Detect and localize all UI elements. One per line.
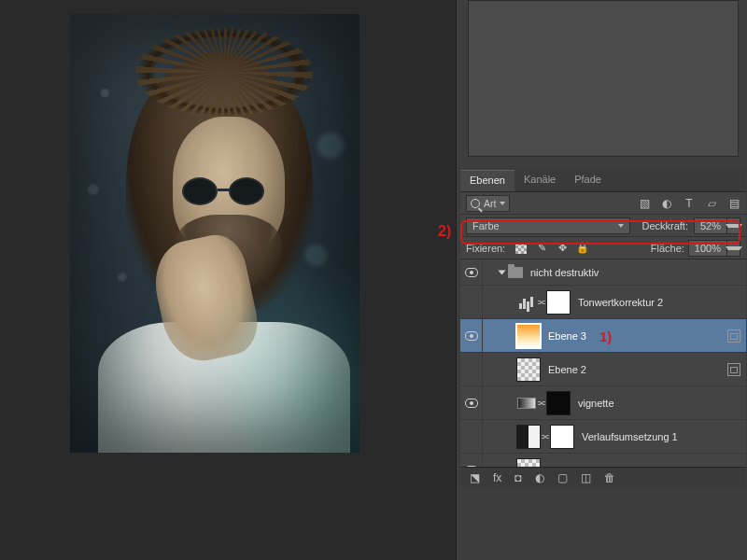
link-layers-icon[interactable]: ⬔ <box>470 471 480 484</box>
upper-panel-empty <box>468 0 739 157</box>
layer-search-kind[interactable]: Art <box>466 195 510 212</box>
chevron-down-icon <box>726 224 742 228</box>
search-icon <box>471 199 480 208</box>
blend-mode-value: Farbe <box>472 220 500 231</box>
fill-value: 100% <box>689 243 726 254</box>
layer-thumbnail[interactable] <box>516 324 541 348</box>
new-group-icon[interactable]: ▢ <box>557 471 568 484</box>
layer-name[interactable]: nicht destruktiv <box>530 267 599 278</box>
add-mask-icon[interactable]: ◘ <box>514 471 521 484</box>
blend-opacity-row: Farbe Deckkraft: 52% <box>460 215 746 237</box>
chevron-down-icon <box>726 246 742 250</box>
layer-row-ebene2[interactable]: Ebene 2 <box>460 353 746 386</box>
chevron-down-icon <box>618 224 624 228</box>
filter-text-icon[interactable]: T <box>683 197 696 210</box>
fill-input[interactable]: 100% <box>688 240 740 257</box>
visibility-toggle[interactable] <box>465 268 478 277</box>
blend-mode-select[interactable]: Farbe <box>466 217 630 234</box>
filter-smart-icon[interactable]: ▤ <box>727 197 740 210</box>
opacity-value: 52% <box>695 220 726 231</box>
layer-search-kind-label: Art <box>484 198 496 209</box>
fill-label: Fläche: <box>651 243 684 254</box>
layer-name[interactable]: Ebene 3 <box>548 330 586 342</box>
add-adjustment-icon[interactable]: ◐ <box>535 471 544 484</box>
new-layer-icon[interactable]: ◫ <box>581 471 591 484</box>
lock-label: Fixieren: <box>466 243 505 254</box>
opacity-label: Deckkraft: <box>641 220 688 231</box>
link-icon: ⫘ <box>537 398 546 408</box>
portrait-illustration <box>70 14 359 453</box>
lock-fill-row: Fixieren: ✎ ✥ 🔒 Fläche: 100% <box>460 237 746 259</box>
layer-group[interactable]: nicht destruktiv <box>460 259 746 286</box>
layer-name[interactable]: Ebene 2 <box>548 364 586 375</box>
filter-pixel-icon[interactable]: ▧ <box>638 197 651 210</box>
gradient-map-icon <box>516 395 537 412</box>
lock-pixels-icon[interactable]: ✎ <box>535 242 548 255</box>
document-image[interactable] <box>70 14 359 453</box>
layer-mask-thumbnail[interactable] <box>546 391 571 415</box>
canvas-area <box>0 0 439 560</box>
layer-row-levels[interactable]: ⫘ Tonwertkorrektur 2 <box>460 286 746 319</box>
link-icon: ⫘ <box>541 431 550 441</box>
layer-name[interactable]: vignette <box>578 398 614 409</box>
disclosure-triangle-icon[interactable] <box>499 270 506 274</box>
visibility-toggle[interactable] <box>465 331 478 341</box>
tab-paths[interactable]: Pfade <box>565 170 611 191</box>
lock-position-icon[interactable]: ✥ <box>556 242 569 255</box>
layer-row-vignette[interactable]: ⫘ vignette <box>460 386 746 420</box>
opacity-input[interactable]: 52% <box>694 217 740 234</box>
layer-name[interactable]: Verlaufsumsetzung 1 <box>582 431 678 442</box>
annotation-label-2: 2) <box>438 223 451 240</box>
lock-all-icon[interactable]: 🔒 <box>576 242 589 255</box>
filter-shape-icon[interactable]: ▱ <box>705 197 718 210</box>
filter-adjust-icon[interactable]: ◐ <box>660 197 673 210</box>
layer-list: nicht destruktiv ⫘ Tonwertkorrektur 2 Eb… <box>460 259 746 487</box>
adjustment-thumbnail[interactable] <box>516 425 541 449</box>
fx-icon[interactable]: fx <box>493 471 501 484</box>
chevron-down-icon <box>500 202 505 205</box>
visibility-toggle[interactable] <box>465 399 478 408</box>
lock-transparency-icon[interactable] <box>514 242 528 255</box>
layer-extra-icon[interactable] <box>727 329 740 343</box>
layer-extra-icon[interactable] <box>727 363 740 376</box>
levels-adjustment-icon <box>516 294 537 311</box>
layer-name[interactable]: Tonwertkorrektur 2 <box>578 297 663 308</box>
layers-bottom-bar: ⬔ fx ◘ ◐ ▢ ◫ 🗑 <box>460 467 746 487</box>
delete-layer-icon[interactable]: 🗑 <box>604 471 615 484</box>
layer-row-gradientmap[interactable]: ⫘ Verlaufsumsetzung 1 <box>460 420 746 454</box>
tab-layers[interactable]: Ebenen <box>460 170 514 191</box>
layer-thumbnail[interactable] <box>516 357 541 382</box>
panels-column: Ebenen Kanäle Pfade Art ▧ ◐ T ▱ ▤ Farbe <box>456 0 747 560</box>
annotation-label-1: 1) <box>599 329 612 344</box>
tab-channels[interactable]: Kanäle <box>514 170 565 191</box>
layer-search-row: Art ▧ ◐ T ▱ ▤ <box>460 192 746 215</box>
link-icon: ⫘ <box>537 297 546 307</box>
layer-mask-thumbnail[interactable] <box>546 290 571 315</box>
panel-tabs: Ebenen Kanäle Pfade <box>460 170 746 192</box>
layer-mask-thumbnail[interactable] <box>550 425 574 449</box>
folder-icon <box>508 267 523 278</box>
